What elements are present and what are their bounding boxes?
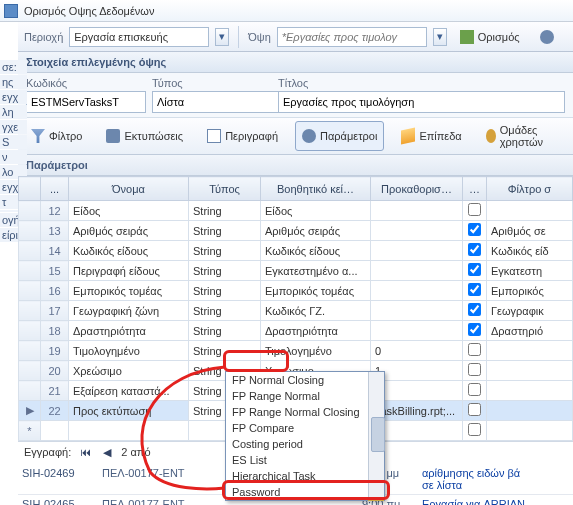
table-row[interactable]: 12ΕίδοςStringΕίδος: [19, 201, 573, 221]
cell-name[interactable]: Προς εκτύπωση: [69, 401, 189, 421]
table-row[interactable]: 16Εμπορικός τομέαςStringΕμπορικός τομέας…: [19, 281, 573, 301]
table-row[interactable]: 15Περιγραφή είδουςStringΕγκατεστημένο α.…: [19, 261, 573, 281]
row-header[interactable]: [19, 221, 41, 241]
table-row[interactable]: 18ΔραστηριότηταStringΔραστηριότηταΔραστη…: [19, 321, 573, 341]
cell-filter[interactable]: Αριθμός σε: [487, 221, 573, 241]
col-filter[interactable]: Φίλτρο σ: [487, 177, 573, 201]
cell-preset[interactable]: [371, 221, 463, 241]
cell-check[interactable]: [463, 341, 487, 361]
cell-check[interactable]: [463, 281, 487, 301]
title-input[interactable]: [278, 91, 565, 113]
tab-description[interactable]: Περιγραφή: [200, 121, 285, 151]
cell-preset[interactable]: [371, 281, 463, 301]
dropdown-item[interactable]: FP Normal Closing: [226, 372, 384, 388]
tab-levels[interactable]: Επίπεδα: [394, 121, 468, 151]
cell-aux[interactable]: Αριθμός σειράς: [261, 221, 371, 241]
row-header[interactable]: [19, 261, 41, 281]
row-header[interactable]: [19, 341, 41, 361]
cell-preset[interactable]: [371, 321, 463, 341]
cell-filter[interactable]: Εμπορικός: [487, 281, 573, 301]
cell-name[interactable]: Είδος: [69, 201, 189, 221]
col-aux[interactable]: Βοηθητικό κεί…: [261, 177, 371, 201]
cell-preset[interactable]: [371, 241, 463, 261]
cell-filter[interactable]: [487, 381, 573, 401]
dropdown-item[interactable]: FP Compare: [226, 420, 384, 436]
cell-aux[interactable]: Είδος: [261, 201, 371, 221]
view-dropdown-button[interactable]: ▾: [433, 28, 447, 46]
row-header[interactable]: [19, 381, 41, 401]
cell-filter[interactable]: Κωδικός είδ: [487, 241, 573, 261]
cell-aux[interactable]: Κωδικός είδους: [261, 241, 371, 261]
cell-check[interactable]: [463, 401, 487, 421]
row-checkbox[interactable]: [468, 363, 481, 376]
row-checkbox[interactable]: [468, 243, 481, 256]
nav-first[interactable]: ⏮: [77, 444, 93, 460]
cell-aux[interactable]: Εγκατεστημένο α...: [261, 261, 371, 281]
cell-check[interactable]: [463, 201, 487, 221]
cell-name[interactable]: Τιμολογημένο: [69, 341, 189, 361]
cell-preset[interactable]: [371, 261, 463, 281]
row-checkbox[interactable]: [468, 263, 481, 276]
cell-name[interactable]: Χρεώσιμο: [69, 361, 189, 381]
table-row[interactable]: 19ΤιμολογημένοStringΤιμολογημένο0: [19, 341, 573, 361]
row-header[interactable]: [19, 361, 41, 381]
cell-check[interactable]: [463, 261, 487, 281]
row-header[interactable]: [19, 301, 41, 321]
cell-name[interactable]: Εμπορικός τομέας: [69, 281, 189, 301]
cell-filter[interactable]: Εγκατεστη: [487, 261, 573, 281]
tab-params[interactable]: Παράμετροι: [295, 121, 384, 151]
cell-name[interactable]: Περιγραφή είδους: [69, 261, 189, 281]
tab-prints[interactable]: Εκτυπώσεις: [99, 121, 190, 151]
empty-cell[interactable]: [69, 421, 189, 441]
row-checkbox[interactable]: [468, 423, 481, 436]
col-preset[interactable]: Προκαθορισ…: [371, 177, 463, 201]
empty-cell[interactable]: [41, 421, 69, 441]
col-type[interactable]: Τύπος: [189, 177, 261, 201]
row-header[interactable]: [19, 201, 41, 221]
cell-type[interactable]: String: [189, 261, 261, 281]
cell-aux[interactable]: Εμπορικός τομέας: [261, 281, 371, 301]
cell-type[interactable]: String: [189, 201, 261, 221]
tab-filter[interactable]: Φίλτρο: [24, 121, 89, 151]
row-checkbox[interactable]: [468, 323, 481, 336]
cell-filter[interactable]: Δραστηριό: [487, 321, 573, 341]
col-name[interactable]: Όνομα: [69, 177, 189, 201]
empty-cell[interactable]: [463, 421, 487, 441]
cell-filter[interactable]: [487, 401, 573, 421]
row-checkbox[interactable]: [468, 203, 481, 216]
dropdown-item[interactable]: ES List: [226, 452, 384, 468]
table-row[interactable]: 14Κωδικός είδουςStringΚωδικός είδουςΚωδι…: [19, 241, 573, 261]
cell-type[interactable]: String: [189, 321, 261, 341]
cell-check[interactable]: [463, 241, 487, 261]
scrollbar-thumb[interactable]: [371, 417, 385, 452]
cell-aux[interactable]: Δραστηριότητα: [261, 321, 371, 341]
view-combo[interactable]: *Εργασίες προς τιμολογ: [277, 27, 427, 47]
row-checkbox[interactable]: [468, 283, 481, 296]
col-rowheader[interactable]: [19, 177, 41, 201]
cell-name[interactable]: Κωδικός είδους: [69, 241, 189, 261]
row-checkbox[interactable]: [468, 403, 481, 416]
cell-name[interactable]: Γεωγραφική ζώνη: [69, 301, 189, 321]
cell-check[interactable]: [463, 381, 487, 401]
cell-check[interactable]: [463, 301, 487, 321]
row-checkbox[interactable]: [468, 343, 481, 356]
dropdown-item[interactable]: FP Range Normal: [226, 388, 384, 404]
region-combo[interactable]: Εργασία επισκευής: [69, 27, 209, 47]
tab-groups[interactable]: Ομάδες χρηστών: [479, 121, 567, 151]
row-header[interactable]: ▶: [19, 401, 41, 421]
cell-name[interactable]: Δραστηριότητα: [69, 321, 189, 341]
cell-aux[interactable]: Κωδικός ΓΖ.: [261, 301, 371, 321]
cell-preset[interactable]: [371, 301, 463, 321]
nav-prev[interactable]: ◀: [99, 444, 115, 460]
row-checkbox[interactable]: [468, 303, 481, 316]
cell-preset[interactable]: [371, 201, 463, 221]
cell-check[interactable]: [463, 221, 487, 241]
cell-name[interactable]: Εξαίρεση καταστά...: [69, 381, 189, 401]
col-chk[interactable]: …: [463, 177, 487, 201]
cell-filter[interactable]: Γεωγραφικ: [487, 301, 573, 321]
cell-check[interactable]: [463, 361, 487, 381]
cell-filter[interactable]: [487, 361, 573, 381]
dropdown-item[interactable]: Costing period: [226, 436, 384, 452]
row-header[interactable]: [19, 281, 41, 301]
cell-check[interactable]: [463, 321, 487, 341]
